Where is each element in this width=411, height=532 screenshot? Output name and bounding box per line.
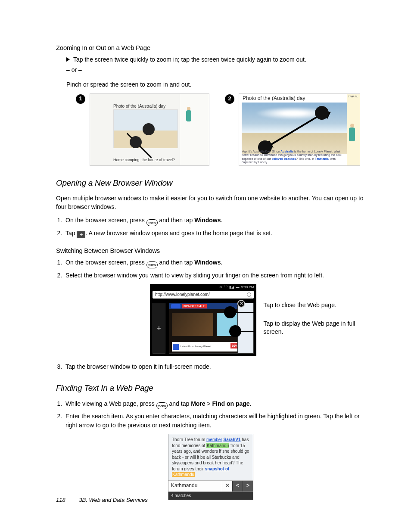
fig4-search-row: Kathmandu ✕ < > (168, 481, 253, 492)
fig4-highlight-2: Kathmandu (172, 472, 195, 477)
next-match-button[interactable]: > (243, 481, 253, 492)
newwin-intro: Open multiple browser windows to make it… (56, 194, 368, 212)
heading-find: Finding Text In a Web Page (56, 382, 368, 394)
fig3-annot-1: Tap to close the Web page. (263, 301, 368, 309)
heading-zoom: Zooming In or Out on a Web Page (56, 43, 368, 53)
figure-3: ⊕ ³ᴳ ▮◢ ▬ 9:38 PM http://www.lonelyplane… (150, 284, 256, 356)
clear-button[interactable]: ✕ (222, 481, 232, 492)
zoom-bullet-row: Tap the screen twice quickly to zoom in;… (66, 55, 368, 64)
plus-icon: + (77, 231, 85, 238)
menu-icon: menu (146, 219, 158, 226)
switch-step-3: Tap the browser window to open it in ful… (64, 362, 368, 371)
switch-step-2: Select the browser window you want to vi… (64, 271, 368, 280)
prev-match-button[interactable]: < (232, 481, 243, 492)
figure-2: Photo of the (Australia) day TRIP PL Yep… (239, 93, 360, 166)
figure-2-unit: 2 Photo of the (Australia) day TRIP PL Y… (225, 93, 360, 166)
search-icon[interactable] (247, 292, 251, 297)
triangle-bullet-icon (66, 57, 70, 62)
fig3-url: http://www.lonelyplanet.com/ (155, 292, 210, 298)
figure-4: Thorn Tree forum member SarahV1 has fond… (168, 434, 253, 500)
figure-3-wrap: ⊕ ³ᴳ ▮◢ ▬ 9:38 PM http://www.lonelyplane… (150, 284, 368, 356)
find-step-2: Enter the search item. As you enter char… (64, 412, 368, 429)
fig3-url-bar[interactable]: http://www.lonelyplanet.com/ (153, 291, 254, 299)
page-footer: 118 3B. Web and Data Services (56, 496, 148, 504)
find-step-1: While viewing a Web page, press menu and… (64, 399, 368, 410)
zoom-bullet-text: Tap the screen twice quickly to zoom in;… (73, 55, 306, 64)
menu-icon: menu (146, 261, 158, 268)
fig2-caption: Yep, it's Australia Day. Since Australia… (242, 150, 345, 165)
fig4-text: Thorn Tree forum member SarahV1 has fond… (168, 434, 253, 481)
fig2-sidebar-hdr: TRIP PL (348, 95, 359, 99)
fig1-caption: Home camping: the future of travel? (113, 157, 175, 163)
zoom-figures: 1 Photo of the (Australia) day Home camp… (76, 93, 368, 166)
menu-icon: menu (156, 402, 168, 409)
page-number: 118 (56, 497, 65, 503)
switch-step-1: On the browser screen, press menu and th… (64, 258, 368, 268)
chapter-title: 3B. Web and Data Services (79, 497, 147, 503)
fig3-status-time: ⊕ ³ᴳ ▮◢ ▬ 9:38 PM (219, 285, 254, 290)
figure-3-annotations: Tap to close the Web page. Tap to displa… (263, 284, 368, 336)
heading-switching: Switching Between Browser Windows (56, 246, 368, 255)
heading-new-window: Opening a New Browser Window (56, 177, 368, 189)
zoom-or: – or – (66, 65, 368, 74)
fig1-header: Photo of the (Australia) day (113, 103, 165, 110)
fig2-title: Photo of the (Australia) day (243, 95, 305, 102)
fig3-new-tab-button[interactable]: + (153, 303, 165, 354)
figure-2-number: 2 (225, 94, 234, 104)
fig4-match-count: 4 matches (168, 492, 253, 500)
fig3-latest: Latest From Lonely Planet (181, 345, 211, 348)
figure-1-unit: 1 Photo of the (Australia) day Home camp… (76, 93, 209, 166)
close-icon[interactable]: ✕ (237, 300, 245, 308)
figure-1: Photo of the (Australia) day Home campin… (90, 93, 209, 166)
newwin-step-1: On the browser screen, press menu and th… (64, 216, 368, 226)
find-input[interactable]: Kathmandu (168, 482, 222, 489)
zoom-pinch: Pinch or spread the screen to zoom in an… (66, 80, 368, 89)
fig3-sale-badge: 30% OFF SALE (182, 304, 207, 308)
fig4-highlight-1: Kathmandu (206, 443, 229, 448)
fig3-annot-2: Tap to display the Web page in full scre… (263, 320, 368, 336)
newwin-step-2: Tap +. A new browser window opens and go… (64, 229, 368, 238)
figure-1-number: 1 (76, 94, 85, 104)
